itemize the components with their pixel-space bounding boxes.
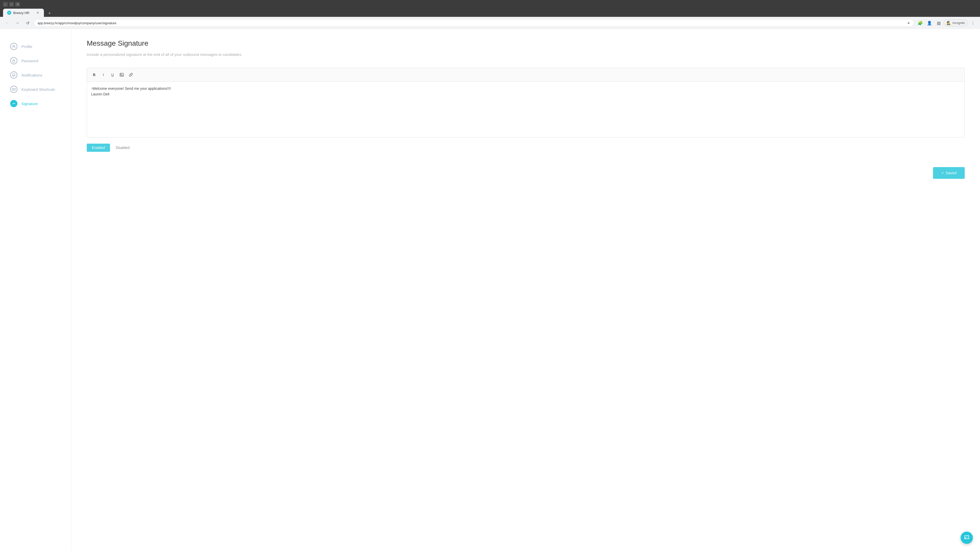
incognito-icon: 🕵 <box>947 21 951 25</box>
chat-widget[interactable] <box>961 532 973 544</box>
close-button[interactable]: ✕ <box>15 2 20 6</box>
enabled-toggle[interactable]: Enabled <box>87 144 110 152</box>
sidebar-toggle-button[interactable]: ▧ <box>935 19 943 27</box>
nav-bar: ← → ↺ app.breezy.hr/app/c/moodjoy/compan… <box>0 17 980 29</box>
notifications-icon <box>10 71 18 79</box>
underline-button[interactable]: U <box>108 71 117 79</box>
profile-icon <box>10 43 18 50</box>
browser-chrome: – □ ✕ B Breezy HR ✕ + ← → ↺ app.breezy.h… <box>0 0 980 29</box>
main-content: Message Signature Include a personalized… <box>72 29 980 551</box>
save-btn-container: ✓ Saved <box>87 167 965 179</box>
editor-container: B I U -Welcome ev <box>87 68 965 138</box>
address-url: app.breezy.hr/app/c/moodjoy/company/user… <box>38 21 905 25</box>
svg-point-6 <box>966 537 967 537</box>
sidebar: Profile Password Notifications <box>0 29 72 551</box>
menu-button[interactable]: ⋮ <box>969 19 977 27</box>
editor-line2: Lauren Deli <box>91 91 960 97</box>
keyboard-shortcuts-icon <box>10 86 18 93</box>
svg-point-4 <box>121 74 121 75</box>
nav-actions: 🧩 👤 ▧ 🕵 Incognito ⋮ <box>916 19 977 27</box>
window-controls: – □ ✕ <box>3 2 20 6</box>
svg-point-5 <box>966 537 966 537</box>
incognito-label: Incognito <box>953 21 965 25</box>
sidebar-item-signature[interactable]: Signature <box>0 97 71 111</box>
minimize-button[interactable]: – <box>3 2 8 6</box>
tab-close-button[interactable]: ✕ <box>36 11 40 15</box>
back-button[interactable]: ← <box>3 19 11 27</box>
tab-favicon: B <box>7 11 11 15</box>
page-description: Include a personalized signature at the … <box>87 52 965 58</box>
maximize-button[interactable]: □ <box>9 2 14 6</box>
new-tab-button[interactable]: + <box>46 10 53 17</box>
signature-editor[interactable]: -Welcome everyone! Send me your applicat… <box>87 81 965 138</box>
address-bar[interactable]: app.breezy.hr/app/c/moodjoy/company/user… <box>34 19 914 27</box>
italic-button[interactable]: I <box>99 71 107 79</box>
sidebar-notifications-label: Notifications <box>21 73 42 77</box>
forward-button[interactable]: → <box>13 19 21 27</box>
editor-toolbar: B I U <box>87 68 965 81</box>
disabled-toggle[interactable]: Disabled <box>110 144 135 152</box>
sidebar-item-password[interactable]: Password <box>0 54 71 68</box>
sidebar-password-label: Password <box>21 59 38 63</box>
sidebar-item-keyboard-shortcuts[interactable]: Keyboard Shortcuts <box>0 82 71 97</box>
sidebar-keyboard-shortcuts-label: Keyboard Shortcuts <box>21 87 55 92</box>
active-tab[interactable]: B Breezy HR ✕ <box>3 9 44 17</box>
signature-icon <box>10 100 18 107</box>
profile-button[interactable]: 👤 <box>925 19 934 27</box>
svg-point-7 <box>967 537 968 537</box>
bold-button[interactable]: B <box>90 71 98 79</box>
sidebar-item-notifications[interactable]: Notifications <box>0 68 71 82</box>
page-title: Message Signature <box>87 39 965 48</box>
sidebar-signature-label: Signature <box>21 102 38 106</box>
tab-bar: B Breezy HR ✕ + <box>0 9 980 17</box>
sidebar-profile-label: Profile <box>21 44 32 49</box>
reload-button[interactable]: ↺ <box>24 19 32 27</box>
link-button[interactable] <box>127 71 135 79</box>
image-button[interactable] <box>118 71 126 79</box>
password-icon <box>10 57 18 64</box>
extensions-button[interactable]: 🧩 <box>916 19 924 27</box>
save-button[interactable]: ✓ Saved <box>933 167 965 179</box>
title-bar: – □ ✕ <box>0 0 980 9</box>
tab-title: Breezy HR <box>13 11 29 15</box>
svg-rect-1 <box>13 60 15 62</box>
page-layout: Profile Password Notifications <box>0 29 980 551</box>
editor-line1: -Welcome everyone! Send me your applicat… <box>91 86 960 91</box>
incognito-badge: 🕵 Incognito <box>944 20 968 26</box>
toggle-group: Enabled Disabled <box>87 144 965 152</box>
svg-point-0 <box>13 45 14 47</box>
star-icon: ★ <box>907 21 910 25</box>
sidebar-item-profile[interactable]: Profile <box>0 39 71 54</box>
